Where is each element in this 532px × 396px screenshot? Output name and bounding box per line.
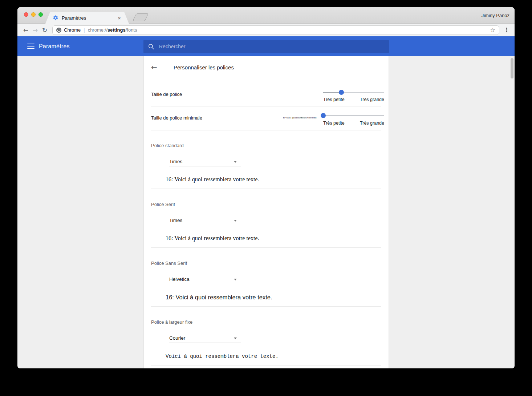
serif-font-value: Times — [169, 218, 182, 223]
serif-font-preview: 16: Voici à quoi ressemblera votre texte… — [166, 234, 259, 242]
serif-font-label: Police Serif — [151, 202, 175, 207]
reload-icon[interactable]: ↻ — [40, 25, 49, 35]
settings-title: Paramètres — [39, 36, 70, 56]
divider — [151, 365, 381, 365]
fonts-card: ← Personnaliser les polices Taille de po… — [143, 56, 389, 368]
scrollbar-thumb[interactable] — [511, 58, 513, 78]
min-font-size-max-label: Très grande — [360, 121, 384, 126]
hamburger-menu-icon[interactable] — [27, 44, 34, 49]
fixed-width-font-dropdown[interactable]: Courier — [169, 334, 241, 343]
divider — [151, 306, 381, 307]
close-window-button[interactable] — [24, 12, 28, 17]
font-size-label: Taille de police — [151, 91, 182, 98]
settings-gear-icon — [53, 15, 58, 21]
fixed-width-font-label: Police à largeur fixe — [151, 319, 192, 325]
url-site-label: Chrome — [64, 27, 81, 33]
settings-content: ← Personnaliser les polices Taille de po… — [17, 56, 515, 368]
divider — [151, 106, 381, 106]
bookmark-star-icon[interactable]: ☆ — [490, 27, 495, 33]
font-size-slider[interactable] — [323, 92, 384, 93]
min-font-size-slider-thumb[interactable] — [321, 113, 326, 118]
search-input[interactable] — [159, 44, 371, 49]
page-title: Personnaliser les polices — [174, 56, 234, 78]
search-icon — [148, 44, 154, 50]
zoom-window-button[interactable] — [38, 12, 43, 17]
tab-settings[interactable]: Paramètres × — [45, 12, 129, 24]
serif-font-dropdown[interactable]: Times — [169, 216, 241, 225]
forward-icon: → — [31, 25, 40, 35]
tab-close-icon[interactable]: × — [118, 15, 121, 21]
fixed-width-font-value: Courier — [169, 335, 185, 341]
fixed-width-font-preview: Voici à quoi ressemblera votre texte. — [166, 353, 279, 360]
min-font-size-label: Taille de police minimale — [151, 114, 202, 122]
chevron-down-icon — [234, 220, 237, 222]
font-size-slider-thumb[interactable] — [339, 90, 344, 95]
titlebar: Paramètres × Jiminy Panoz — [17, 7, 515, 24]
standard-font-dropdown[interactable]: Times — [169, 157, 241, 166]
desktop: Paramètres × Jiminy Panoz ← → ↻ — [0, 0, 532, 396]
browser-window: Paramètres × Jiminy Panoz ← → ↻ — [17, 7, 515, 368]
sans-serif-font-preview: 16: Voici à quoi ressemblera votre texte… — [166, 293, 272, 301]
tab-title: Paramètres — [62, 15, 118, 21]
settings-search-box[interactable] — [143, 40, 389, 53]
settings-header: Paramètres — [17, 36, 515, 56]
chevron-down-icon — [234, 279, 237, 280]
divider — [151, 189, 381, 189]
standard-font-value: Times — [169, 159, 182, 164]
profile-name: Jiminy Panoz — [482, 7, 509, 24]
back-icon[interactable]: ← — [21, 25, 31, 35]
min-font-size-slider[interactable] — [323, 115, 384, 116]
back-arrow-icon[interactable]: ← — [151, 62, 157, 72]
standard-font-preview: 16: Voici à quoi ressemblera votre texte… — [166, 175, 259, 183]
browser-toolbar: ← → ↻ Chrome | chrome://settings/fonts ☆ — [17, 24, 515, 36]
new-tab-button[interactable] — [133, 13, 149, 21]
min-font-size-min-label: Très petite — [323, 121, 345, 126]
address-bar[interactable]: Chrome | chrome://settings/fonts ☆ — [52, 25, 499, 35]
chevron-down-icon — [234, 161, 237, 163]
url-text: chrome://settings/fonts — [88, 27, 137, 33]
font-size-min-label: Très petite — [323, 97, 345, 102]
sans-serif-font-label: Police Sans Serif — [151, 260, 187, 266]
font-size-max-label: Très grande — [360, 97, 384, 102]
traffic-lights — [24, 12, 43, 17]
browser-menu-icon[interactable]: ⋮ — [502, 27, 511, 33]
chevron-down-icon — [234, 338, 237, 339]
min-font-size-preview: 6: Voici à quoi ressemblera votre texte. — [283, 117, 317, 119]
url-separator: | — [84, 27, 85, 33]
sans-serif-font-dropdown[interactable]: Helvetica — [169, 275, 241, 284]
divider — [151, 247, 381, 248]
minimize-window-button[interactable] — [31, 12, 36, 17]
sans-serif-font-value: Helvetica — [169, 276, 190, 282]
divider — [151, 130, 381, 130]
chrome-logo-icon — [56, 28, 61, 33]
standard-font-label: Police standard — [151, 143, 184, 149]
